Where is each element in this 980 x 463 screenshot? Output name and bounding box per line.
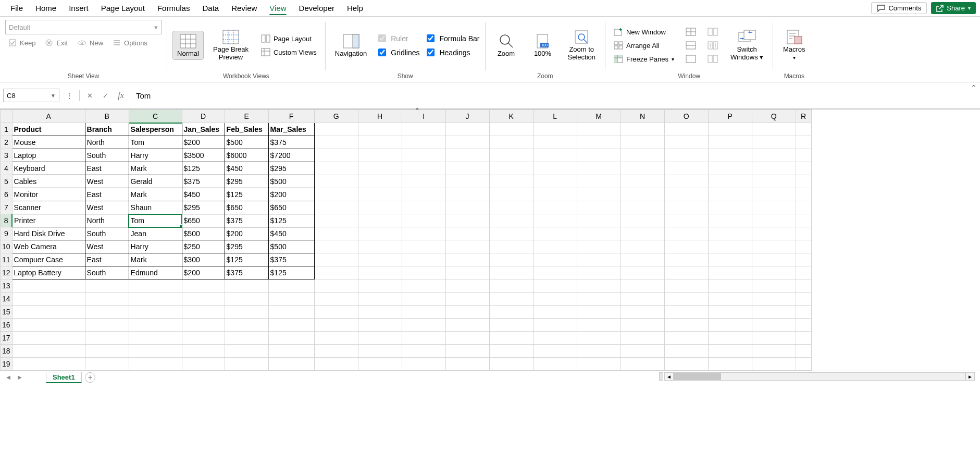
cell[interactable] xyxy=(533,358,577,371)
cell[interactable] xyxy=(445,188,489,201)
cell[interactable] xyxy=(225,279,268,293)
row-header[interactable]: 19 xyxy=(1,358,13,371)
cell[interactable] xyxy=(445,149,489,162)
hide-button[interactable] xyxy=(683,40,699,51)
insert-function-button[interactable]: fx xyxy=(115,90,127,101)
column-header[interactable]: R xyxy=(796,110,811,123)
cell[interactable] xyxy=(489,319,533,332)
cell[interactable] xyxy=(402,188,445,201)
cell[interactable] xyxy=(533,201,577,214)
cell[interactable] xyxy=(489,149,533,162)
cell[interactable]: $125 xyxy=(268,214,314,227)
cell[interactable] xyxy=(796,345,811,358)
cell[interactable]: Edmund xyxy=(129,266,182,279)
cell[interactable] xyxy=(402,332,445,345)
cell[interactable] xyxy=(12,345,85,358)
cell[interactable]: $375 xyxy=(225,214,268,227)
cell[interactable] xyxy=(533,240,577,253)
cell[interactable] xyxy=(402,293,445,306)
cell[interactable]: Mark xyxy=(129,188,182,201)
switch-windows-button[interactable]: Switch Windows ▾ xyxy=(726,27,767,64)
cell[interactable] xyxy=(402,266,445,279)
zoom-100-button[interactable]: 100 100% xyxy=(527,31,559,60)
cell[interactable] xyxy=(708,306,752,319)
cell[interactable] xyxy=(489,240,533,253)
page-layout-button[interactable]: Page Layout xyxy=(258,33,320,44)
horizontal-scrollbar[interactable]: ◄ ► xyxy=(659,372,975,381)
column-header[interactable]: C xyxy=(129,110,182,123)
cell[interactable] xyxy=(489,279,533,293)
cell[interactable] xyxy=(708,188,752,201)
cell[interactable] xyxy=(225,345,268,358)
row-header[interactable]: 7 xyxy=(1,201,13,214)
cell[interactable] xyxy=(664,149,708,162)
cell[interactable] xyxy=(445,358,489,371)
cell[interactable] xyxy=(489,123,533,136)
cell[interactable] xyxy=(85,293,129,306)
cell[interactable] xyxy=(445,279,489,293)
cell[interactable] xyxy=(796,240,811,253)
cell[interactable] xyxy=(577,253,621,266)
cell[interactable]: $295 xyxy=(182,201,225,214)
cell[interactable] xyxy=(577,319,621,332)
cell[interactable]: South xyxy=(85,227,129,240)
cell[interactable] xyxy=(577,240,621,253)
cell[interactable] xyxy=(752,175,796,188)
row-header[interactable]: 11 xyxy=(1,253,13,266)
cell[interactable] xyxy=(314,279,358,293)
cell[interactable]: $450 xyxy=(268,227,314,240)
cell[interactable] xyxy=(577,188,621,201)
cell[interactable] xyxy=(752,253,796,266)
sheet-view-combo[interactable]: Default ▾ xyxy=(5,20,162,34)
cell[interactable] xyxy=(402,214,445,227)
cell[interactable] xyxy=(533,306,577,319)
cell[interactable] xyxy=(708,358,752,371)
cell[interactable]: $3500 xyxy=(182,149,225,162)
cell[interactable] xyxy=(796,227,811,240)
cell[interactable]: Scanner xyxy=(12,201,85,214)
cell[interactable] xyxy=(182,306,225,319)
menu-help[interactable]: Help xyxy=(341,2,369,15)
cell[interactable] xyxy=(85,306,129,319)
cell[interactable] xyxy=(129,306,182,319)
cell[interactable] xyxy=(708,123,752,136)
cell[interactable] xyxy=(621,227,664,240)
cell[interactable] xyxy=(664,345,708,358)
row-header[interactable]: 14 xyxy=(1,293,13,306)
cell[interactable] xyxy=(621,240,664,253)
cell[interactable]: $500 xyxy=(268,240,314,253)
cell[interactable] xyxy=(621,123,664,136)
custom-views-button[interactable]: Custom Views xyxy=(258,47,320,57)
cell[interactable] xyxy=(577,149,621,162)
cell[interactable] xyxy=(752,332,796,345)
view-side-by-side-button[interactable] xyxy=(704,27,721,37)
cell[interactable] xyxy=(358,306,402,319)
cell[interactable] xyxy=(85,332,129,345)
cell[interactable] xyxy=(664,266,708,279)
cell[interactable]: Keyboard xyxy=(12,162,85,175)
cell[interactable] xyxy=(358,123,402,136)
cell[interactable] xyxy=(358,149,402,162)
cell[interactable] xyxy=(314,306,358,319)
freeze-panes-button[interactable]: Freeze Panes ▾ xyxy=(611,54,677,64)
cell[interactable] xyxy=(577,175,621,188)
cell[interactable]: North xyxy=(85,214,129,227)
cell[interactable] xyxy=(314,227,358,240)
cell[interactable] xyxy=(621,345,664,358)
cell[interactable] xyxy=(664,162,708,175)
cell[interactable] xyxy=(314,345,358,358)
cell[interactable]: East xyxy=(85,253,129,266)
cell[interactable] xyxy=(182,332,225,345)
cell[interactable] xyxy=(225,332,268,345)
cell[interactable] xyxy=(129,319,182,332)
cell[interactable] xyxy=(708,293,752,306)
cell[interactable]: Harry xyxy=(129,240,182,253)
menu-data[interactable]: Data xyxy=(196,2,225,15)
row-header[interactable]: 2 xyxy=(1,136,13,149)
cell[interactable] xyxy=(621,162,664,175)
cell[interactable] xyxy=(489,266,533,279)
cell[interactable] xyxy=(402,240,445,253)
cell[interactable] xyxy=(533,123,577,136)
cell[interactable]: Mark xyxy=(129,162,182,175)
cell[interactable] xyxy=(533,175,577,188)
